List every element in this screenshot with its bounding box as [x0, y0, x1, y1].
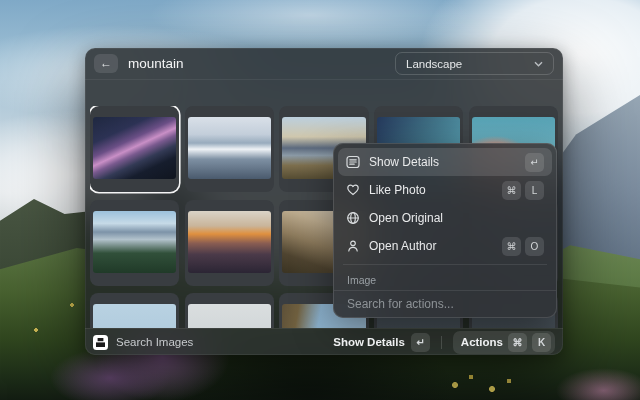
thumbnail-photo	[188, 211, 271, 273]
return-key-badge: ↵	[411, 333, 430, 352]
thumbnail-cell[interactable]	[90, 106, 179, 192]
thumbnail-cell[interactable]	[185, 293, 274, 328]
thumbnail-photo	[93, 117, 176, 179]
unsplash-logo-icon	[93, 335, 108, 350]
heart-icon	[346, 183, 360, 197]
actions-button[interactable]: Actions ⌘ K	[453, 331, 555, 354]
globe-icon	[346, 211, 360, 225]
key-badge: O	[525, 237, 544, 256]
chevron-down-icon	[534, 61, 543, 67]
menu-item-label: Open Author	[369, 239, 436, 253]
actions-search-placeholder: Search for actions...	[347, 297, 454, 311]
search-query-text[interactable]: mountain	[128, 56, 184, 71]
actions-menu-list: Show Details ↵ Like Photo ⌘ L Open Origi…	[334, 144, 556, 290]
thumbnail-photo	[93, 211, 176, 273]
thumbnail-photo	[93, 304, 176, 328]
key-badge: L	[525, 181, 544, 200]
footer-primary-action[interactable]: Show Details ↵	[333, 333, 430, 352]
desktop: ← mountain Landscape Results 30	[0, 0, 640, 400]
command-name-label: Search Images	[116, 336, 193, 348]
menu-item-label: Open Original	[369, 211, 443, 225]
menu-item-label: Show Details	[369, 155, 439, 169]
actions-button-label: Actions	[461, 336, 503, 348]
menu-item-open-author[interactable]: Open Author ⌘ O	[338, 232, 552, 260]
key-badge: ⌘	[502, 181, 521, 200]
thumbnail-photo	[188, 304, 271, 328]
orientation-dropdown[interactable]: Landscape	[395, 52, 554, 75]
menu-item-like-photo[interactable]: Like Photo ⌘ L	[338, 176, 552, 204]
menu-section-label: Image	[338, 269, 552, 289]
back-button[interactable]: ←	[94, 54, 118, 73]
back-arrow-icon: ←	[100, 54, 112, 73]
menu-item-open-original[interactable]: Open Original	[338, 204, 552, 232]
key-badge: ⌘	[502, 237, 521, 256]
actions-search-input[interactable]: Search for actions...	[334, 290, 556, 317]
key-badge: ↵	[525, 153, 544, 172]
footer-primary-label: Show Details	[333, 336, 405, 348]
menu-item-show-details[interactable]: Show Details ↵	[338, 148, 552, 176]
person-icon	[346, 239, 360, 253]
thumbnail-cell[interactable]	[90, 293, 179, 328]
cmd-key-badge: ⌘	[508, 333, 527, 352]
window-header: ← mountain Landscape	[85, 48, 563, 80]
footer-divider	[441, 336, 442, 349]
menu-divider	[343, 264, 547, 265]
thumbnail-cell[interactable]	[185, 200, 274, 286]
thumbnail-cell[interactable]	[90, 200, 179, 286]
k-key-badge: K	[532, 333, 551, 352]
thumbnail-cell[interactable]	[185, 106, 274, 192]
menu-item-label: Like Photo	[369, 183, 426, 197]
actions-menu: Show Details ↵ Like Photo ⌘ L Open Origi…	[333, 143, 557, 318]
dropdown-value: Landscape	[406, 58, 462, 70]
thumbnail-photo	[188, 117, 271, 179]
footer-bar: Search Images Show Details ↵ Actions ⌘ K	[85, 328, 563, 355]
image-search-window: ← mountain Landscape Results 30	[85, 48, 563, 355]
details-icon	[346, 155, 360, 169]
